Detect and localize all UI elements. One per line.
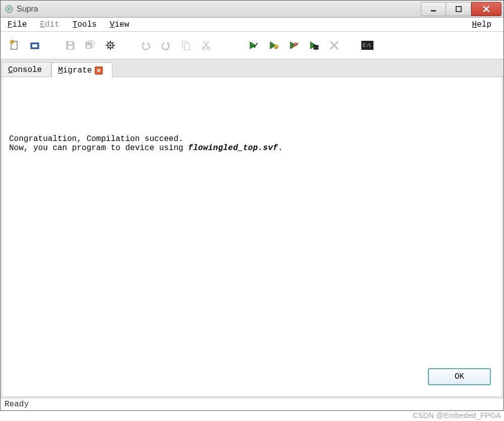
toolbar: C:\ bbox=[1, 32, 503, 59]
svg-line-16 bbox=[112, 47, 113, 48]
ok-button[interactable]: OK bbox=[428, 368, 491, 385]
terminal-icon[interactable]: C:\ bbox=[359, 37, 375, 53]
svg-line-15 bbox=[107, 42, 108, 43]
save-all-icon[interactable] bbox=[82, 37, 98, 53]
compilation-message: Congratualtion, Compilation succeed. Now… bbox=[9, 134, 495, 153]
svg-line-18 bbox=[107, 47, 108, 48]
app-window: Supra File Edit Tools View Help bbox=[0, 0, 504, 411]
menu-bar: File Edit Tools View Help bbox=[1, 18, 503, 32]
title-bar: Supra bbox=[1, 1, 503, 18]
svg-rect-21 bbox=[184, 43, 190, 50]
app-icon bbox=[5, 5, 14, 14]
redo-icon[interactable] bbox=[158, 37, 174, 53]
svg-text:C:\: C:\ bbox=[363, 43, 371, 48]
open-project-icon[interactable] bbox=[27, 37, 43, 53]
tab-console[interactable]: Console bbox=[2, 62, 51, 77]
svg-point-26 bbox=[277, 46, 277, 46]
run-check-icon[interactable] bbox=[245, 37, 262, 53]
content-panel: Congratualtion, Compilation succeed. Now… bbox=[2, 77, 502, 397]
menu-edit[interactable]: Edit bbox=[36, 19, 68, 30]
svg-rect-6 bbox=[32, 44, 37, 47]
save-icon[interactable] bbox=[62, 37, 78, 53]
status-text: Ready bbox=[5, 400, 29, 409]
settings-icon[interactable] bbox=[102, 37, 118, 53]
svg-rect-8 bbox=[69, 42, 72, 44]
maximize-icon bbox=[455, 6, 462, 13]
message-line1: Congratualtion, Compilation succeed. bbox=[9, 134, 495, 144]
tab-migrate[interactable]: Migrate bbox=[51, 62, 112, 77]
close-button[interactable] bbox=[471, 2, 501, 16]
maximize-button[interactable] bbox=[446, 2, 471, 16]
watermark: CSDN @Embeded_FPGA bbox=[413, 411, 501, 419]
status-bar: Ready bbox=[1, 398, 503, 410]
run-wave-icon[interactable] bbox=[286, 37, 302, 53]
tab-strip: Console Migrate bbox=[1, 59, 503, 77]
window-controls bbox=[421, 2, 503, 16]
message-line2-suffix: . bbox=[278, 144, 283, 153]
new-file-icon[interactable] bbox=[7, 37, 23, 53]
menu-help[interactable]: Help bbox=[468, 19, 500, 30]
menu-file[interactable]: File bbox=[4, 19, 36, 30]
message-line2: Now, you can program to device using flo… bbox=[9, 144, 495, 153]
minimize-button[interactable] bbox=[421, 2, 446, 16]
run-smile-icon[interactable] bbox=[266, 37, 282, 53]
close-icon bbox=[482, 6, 490, 13]
svg-point-24 bbox=[274, 45, 278, 49]
svg-rect-7 bbox=[68, 46, 73, 49]
menu-tools[interactable]: Tools bbox=[69, 19, 106, 30]
menu-view[interactable]: View bbox=[106, 19, 138, 30]
stop-icon[interactable] bbox=[326, 37, 342, 53]
message-filename: flowingled_top.svf bbox=[188, 144, 278, 153]
svg-rect-27 bbox=[314, 45, 318, 49]
minimize-icon bbox=[430, 6, 437, 13]
svg-line-17 bbox=[112, 42, 113, 43]
cut-icon[interactable] bbox=[198, 37, 214, 53]
svg-point-19 bbox=[109, 44, 111, 46]
svg-point-25 bbox=[275, 46, 276, 46]
svg-rect-9 bbox=[87, 45, 90, 48]
window-title: Supra bbox=[17, 5, 38, 14]
undo-icon[interactable] bbox=[138, 37, 154, 53]
copy-icon[interactable] bbox=[178, 37, 194, 53]
run-chip-icon[interactable] bbox=[306, 37, 322, 53]
tab-close-icon[interactable] bbox=[95, 66, 103, 75]
svg-rect-2 bbox=[456, 7, 461, 12]
message-line2-prefix: Now, you can program to device using bbox=[9, 144, 188, 153]
svg-rect-1 bbox=[431, 10, 436, 12]
